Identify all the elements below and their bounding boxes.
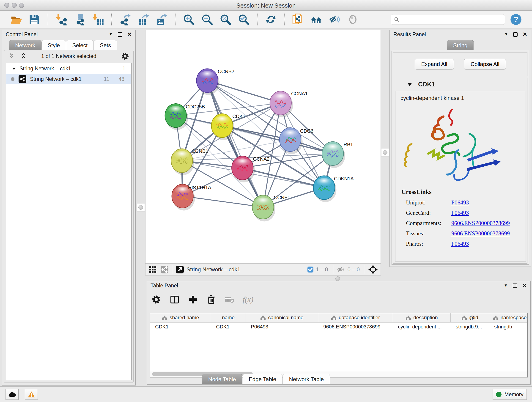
- compartments-link[interactable]: 9606.ENSP00000378699: [451, 220, 510, 226]
- tab-node-table[interactable]: Node Table: [202, 374, 242, 384]
- tab-edge-table[interactable]: Edge Table: [243, 374, 283, 384]
- results-panel-title: Results Panel: [393, 32, 426, 38]
- results-panel-float-icon[interactable]: [513, 32, 518, 37]
- help-icon[interactable]: ?: [510, 13, 522, 26]
- network-node[interactable]: HIST1H1A: [172, 184, 211, 211]
- right-splitter-grip[interactable]: [381, 148, 389, 157]
- show-hidden-icon[interactable]: [347, 13, 359, 26]
- genecard-link[interactable]: P06493: [451, 210, 469, 216]
- network-collection-row[interactable]: String Network – cdk1 1: [6, 63, 131, 74]
- collapse-caret-icon[interactable]: [12, 67, 16, 70]
- table-row[interactable]: CDK1CDK1P064939606.ENSP00000378699cyclin…: [150, 322, 527, 331]
- import-table-icon[interactable]: [92, 13, 104, 26]
- table-cell[interactable]: stringdb:9...: [451, 322, 489, 331]
- import-network-icon[interactable]: [56, 13, 67, 26]
- expand-all-button[interactable]: Expand All: [415, 59, 454, 70]
- hide-selected-icon[interactable]: [329, 13, 341, 26]
- table-panel-close-icon[interactable]: ✕: [522, 283, 527, 288]
- selected-checkbox-icon[interactable]: [307, 266, 314, 273]
- table-cell[interactable]: 9606.ENSP00000378699: [318, 322, 393, 331]
- network-node[interactable]: CCNE1: [252, 195, 290, 222]
- column-header-canonical-name[interactable]: canonical name: [246, 313, 318, 322]
- warning-button[interactable]: [25, 389, 38, 400]
- share-document-icon[interactable]: [292, 13, 304, 26]
- network-node[interactable]: CCNB1: [171, 148, 208, 175]
- column-header-namespace[interactable]: namespace: [489, 313, 528, 322]
- table-tabs: Node Table Edge Table Network Table: [0, 374, 532, 384]
- table-panel-menu-icon[interactable]: ▼: [504, 283, 508, 288]
- birdseye-view-icon[interactable]: [176, 265, 184, 274]
- network-node[interactable]: CCNB2: [196, 69, 234, 95]
- open-session-icon[interactable]: [10, 13, 22, 26]
- fit-selected-crosshair-icon[interactable]: [368, 265, 378, 274]
- column-header-description[interactable]: description: [393, 313, 451, 322]
- left-splitter-grip[interactable]: [137, 203, 145, 211]
- status-bar: Memory: [0, 386, 532, 402]
- create-column-icon[interactable]: [188, 294, 198, 305]
- protein-description: cyclin-dependent kinase 1: [395, 91, 526, 101]
- column-header--id[interactable]: @id: [451, 313, 489, 322]
- column-header-name[interactable]: name: [211, 313, 246, 322]
- delete-column-icon[interactable]: [206, 294, 216, 305]
- tab-select[interactable]: Select: [66, 40, 94, 50]
- table-options-gear-icon[interactable]: [151, 294, 162, 305]
- zoom-selected-icon[interactable]: [238, 13, 250, 26]
- tab-network-table[interactable]: Network Table: [283, 374, 330, 384]
- memory-button[interactable]: Memory: [493, 389, 527, 400]
- column-header-shared-name[interactable]: shared name: [150, 313, 211, 322]
- bottom-splitter-grip[interactable]: [336, 276, 340, 281]
- control-panel-menu-icon[interactable]: ▼: [109, 32, 113, 37]
- collapse-all-button[interactable]: Collapse All: [464, 59, 506, 70]
- results-panel-close-icon[interactable]: ✕: [523, 32, 527, 37]
- export-table-icon[interactable]: [138, 13, 149, 26]
- hidden-eye-icon[interactable]: [336, 266, 346, 274]
- tab-style[interactable]: Style: [41, 40, 66, 50]
- network-node-label: CDK1: [232, 114, 245, 119]
- control-panel-float-icon[interactable]: [118, 32, 122, 37]
- refresh-icon[interactable]: [265, 13, 277, 26]
- network-node-label: CDKN1A: [334, 176, 354, 182]
- control-panel-close-icon[interactable]: ✕: [127, 32, 132, 37]
- network-view-canvas[interactable]: CCNB2CCNA1CDC25BCDK1CDC6RB1CCNB1CCNA2CDK…: [145, 30, 381, 263]
- show-columns-icon[interactable]: [169, 294, 180, 305]
- table-cell[interactable]: stringdb: [489, 322, 528, 331]
- export-image-icon[interactable]: [156, 13, 168, 26]
- tab-string[interactable]: String: [447, 40, 474, 50]
- network-node[interactable]: CCNA2: [232, 156, 269, 182]
- column-header-database-identifier[interactable]: database identifier: [318, 313, 393, 322]
- export-network-icon[interactable]: [119, 13, 131, 26]
- pharos-link[interactable]: P06493: [451, 241, 469, 247]
- uniprot-link[interactable]: P06493: [451, 199, 469, 206]
- network-node[interactable]: CDC6: [279, 128, 313, 154]
- zoom-fit-icon[interactable]: [220, 13, 231, 26]
- table-cell[interactable]: P06493: [246, 322, 318, 331]
- network-node[interactable]: CDC25B: [165, 104, 205, 130]
- network-node[interactable]: RB1: [322, 142, 353, 168]
- home-icon[interactable]: [310, 13, 322, 26]
- memory-status-dot: [496, 392, 501, 397]
- results-panel-menu-icon[interactable]: ▼: [504, 32, 508, 37]
- grid-view-icon[interactable]: [148, 265, 157, 274]
- table-panel-float-icon[interactable]: [513, 283, 517, 288]
- cloud-status-button[interactable]: [6, 389, 19, 400]
- network-node[interactable]: CCNA1: [270, 91, 308, 117]
- zoom-out-icon[interactable]: [201, 13, 213, 26]
- tab-sets[interactable]: Sets: [94, 40, 117, 50]
- table-cell[interactable]: CDK1: [211, 322, 246, 331]
- import-database-icon[interactable]: [74, 13, 86, 26]
- protein-collapse-caret-icon[interactable]: [407, 82, 412, 86]
- column-namespace-icon: [331, 315, 336, 320]
- network-edge[interactable]: [207, 81, 263, 207]
- string-view-icon[interactable]: [160, 265, 169, 274]
- network-selection-status: 1 of 1 Network selected: [4, 53, 133, 59]
- save-session-icon[interactable]: [28, 13, 40, 26]
- crosslink-row: Uniprot: P06493: [401, 199, 510, 206]
- network-node[interactable]: CDKN1A: [313, 176, 354, 202]
- tab-network[interactable]: Network: [9, 40, 41, 50]
- table-cell[interactable]: CDK1: [150, 322, 211, 331]
- network-row-selected[interactable]: String Network – cdk1 11 48: [6, 74, 131, 84]
- zoom-in-icon[interactable]: [183, 13, 195, 26]
- table-cell[interactable]: cyclin-dependent ...: [393, 322, 451, 331]
- tissues-link[interactable]: 9606.ENSP00000378699: [451, 230, 510, 236]
- search-input[interactable]: [402, 16, 502, 23]
